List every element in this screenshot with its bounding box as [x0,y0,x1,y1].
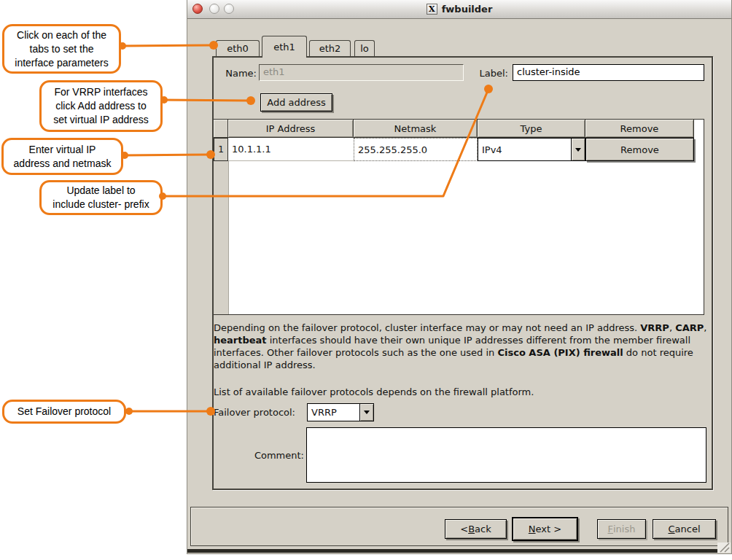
callout-line: Enter virtual IP [29,143,96,157]
callout-line: include cluster- prefix [52,198,149,211]
callout-virtual-ip: Enter virtual IP address and netmask [1,138,123,175]
fwbuilder-window: X fwbuilder eth0 eth1 eth2 lo Name: eth1… [187,0,732,554]
callout-line: Click on each of the [17,28,106,42]
window-title-group: X fwbuilder [187,4,731,15]
back-button[interactable]: < Back [445,519,507,539]
callout-line: set virtual IP address [53,113,148,127]
cancel-button-text: ancel [675,524,701,534]
window-title: fwbuilder [442,4,493,15]
callout-tabs: Click on each of the tabs to set the int… [2,24,121,74]
x11-app-icon: X [427,4,437,15]
next-button[interactable]: Next > [512,517,578,541]
callout-failover-protocol: Set Failover protocol [2,400,126,424]
tab-lo[interactable]: lo [354,40,375,56]
callout-update-label: Update label to include cluster- prefix [39,180,163,215]
callout-line: tabs to set the [30,42,94,56]
callout-line: Update label to [66,184,135,198]
titlebar: X fwbuilder [187,0,731,19]
finish-button: Finish [597,519,646,539]
page: X fwbuilder eth0 eth1 eth2 lo Name: eth1… [0,0,732,560]
callout-line: click Add address to [55,99,147,113]
callout-line: address and netmask [14,157,112,171]
back-button-text: ack [475,524,491,534]
resize-grip[interactable] [717,542,731,553]
callout-line: Set Failover protocol [17,405,111,419]
back-button-text: < [460,524,468,534]
cancel-button[interactable]: Cancel [653,519,716,539]
next-button-mnemonic: N [529,524,536,534]
callout-line: interface parameters [15,56,108,70]
tab-eth1[interactable]: eth1 [262,36,307,58]
window-bottom-edge [187,549,717,553]
resize-grip-lines [717,542,731,553]
back-button-mnemonic: B [468,524,475,534]
callout-line: For VRRP interfaces [54,85,147,99]
tab-eth0[interactable]: eth0 [216,40,260,56]
finish-button-text: inish [613,524,635,534]
callout-add-address: For VRRP interfaces click Add address to… [39,80,163,132]
finish-button-mnemonic: F [608,524,613,534]
tab-eth2[interactable]: eth2 [309,40,351,56]
cancel-button-mnemonic: C [668,524,674,534]
next-button-text: ext > [536,524,562,534]
tab-page-frame [212,56,713,490]
